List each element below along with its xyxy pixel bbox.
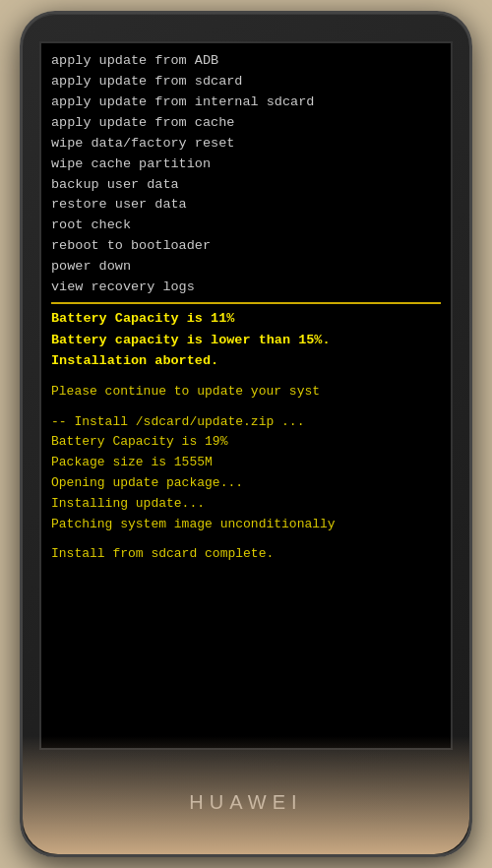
phone-top-bar — [23, 14, 469, 41]
menu-item[interactable]: reboot to bootloader — [51, 236, 441, 257]
menu-item[interactable]: apply update from internal sdcard — [51, 93, 441, 113]
status-line: Install from sdcard complete. — [51, 544, 441, 565]
menu-item[interactable]: root check — [51, 216, 441, 236]
status-line: Battery Capacity is 19% — [51, 432, 441, 453]
status-line: Installation aborted. — [51, 350, 441, 372]
spacer — [51, 534, 441, 544]
menu-item[interactable]: restore user data — [51, 195, 441, 216]
menu-item[interactable]: wipe data/factory reset — [51, 134, 441, 155]
status-line: -- Install /sdcard/update.zip ... — [51, 412, 441, 433]
menu-item[interactable]: power down — [51, 257, 441, 278]
status-line: Installing update... — [51, 494, 441, 515]
phone-screen: apply update from ADBapply update from s… — [39, 41, 453, 750]
status-line: Package size is 1555M — [51, 453, 441, 473]
status-line: Opening update package... — [51, 473, 441, 494]
status-line: Battery Capacity is 11% — [51, 308, 441, 330]
brand-label: HUAWEI — [189, 791, 302, 814]
phone-device: apply update from ADBapply update from s… — [20, 11, 472, 857]
status-line: Please continue to update your syst — [51, 382, 441, 403]
status-line: Patching system image unconditionally — [51, 515, 441, 535]
phone-bottom-bar: HUAWEI — [23, 750, 469, 854]
menu-item[interactable]: view recovery logs — [51, 278, 441, 298]
screen-content: apply update from ADBapply update from s… — [41, 43, 451, 748]
menu-item[interactable]: apply update from ADB — [51, 51, 441, 72]
spacer — [51, 403, 441, 412]
recovery-menu: apply update from ADBapply update from s… — [51, 51, 441, 298]
divider — [51, 302, 441, 304]
menu-item[interactable]: wipe cache partition — [51, 155, 441, 175]
status-line: Battery capacity is lower than 15%. — [51, 330, 441, 351]
menu-item[interactable]: backup user data — [51, 175, 441, 196]
menu-item[interactable]: apply update from cache — [51, 113, 441, 134]
status-section-1: Battery Capacity is 11%Battery capacity … — [51, 308, 441, 565]
spacer — [51, 372, 441, 382]
menu-item[interactable]: apply update from sdcard — [51, 72, 441, 93]
